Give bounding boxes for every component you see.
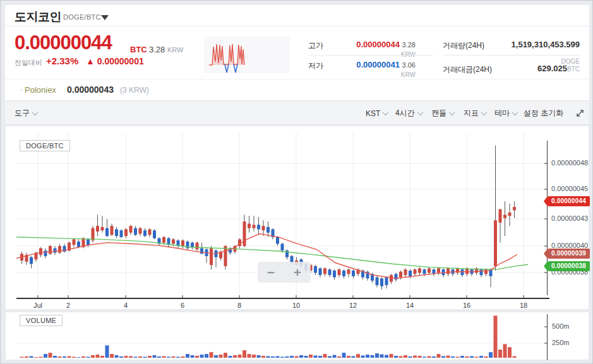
coin-pair: DOGE/BTC <box>63 13 101 21</box>
chevron-down-icon <box>512 109 518 115</box>
volume24h-label: 거래량(24H) <box>443 40 484 51</box>
reference-exchange-row: · Poloniex 0.00000043 (3 KRW) <box>5 79 589 100</box>
price-axis-label: 0.00000045 <box>551 185 588 192</box>
fullscreen-icon[interactable] <box>575 109 585 118</box>
coin-title: 도지코인 <box>15 9 61 25</box>
chevron-down-icon <box>449 109 455 115</box>
volume24h-value: 1,519,310,453.599 <box>491 40 580 49</box>
bullet: · <box>20 86 23 93</box>
change-percent: +2.33% <box>46 56 78 66</box>
volume-chart-area[interactable] <box>5 312 589 360</box>
tools-dropdown[interactable]: 도구 <box>15 101 37 126</box>
reference-exchange-name: Poloniex <box>25 85 56 95</box>
date-axis-label: 16 <box>463 302 470 309</box>
reset-settings-button[interactable]: 설정 초기화 <box>524 101 563 126</box>
chevron-down-icon <box>383 109 389 115</box>
reference-krw: (3 KRW) <box>120 86 149 95</box>
zoom-in-button[interactable]: + <box>284 262 311 283</box>
low-label: 저가 <box>308 61 323 71</box>
price-unit: BTC <box>130 45 147 54</box>
chevron-down-icon <box>32 109 39 115</box>
price-summary: 0.00000044 BTC 3.28 KRW 전일대비 +2.33% ▲ 0.… <box>5 26 589 79</box>
krw-label: KRW <box>167 46 183 54</box>
trading-page: 도지코인 DOGE/BTC 0.00000044 BTC 3.28 KRW 전일… <box>0 0 593 364</box>
price-krw: 3.28 <box>149 45 165 54</box>
interval-dropdown[interactable]: 4시간 <box>395 101 422 126</box>
low-value: 0.00000041 3.06 KRW <box>346 60 416 79</box>
indicator-dropdown[interactable]: 지표 <box>464 101 486 126</box>
header: 도지코인 DOGE/BTC <box>5 5 589 26</box>
date-axis-label: Jul <box>33 302 42 309</box>
high-value: 0.00000044 3.28 KRW <box>346 40 416 59</box>
date-axis-label: 2 <box>66 302 70 309</box>
date-axis-label: 18 <box>520 302 527 309</box>
value24h-value: 629.025BTC <box>491 64 580 73</box>
price-badge: 0.00000038 <box>548 261 590 271</box>
date-axis-label: 8 <box>237 302 241 309</box>
price-badge: 0.00000044 <box>548 196 590 206</box>
price-badge: 0.00000039 <box>548 249 590 259</box>
high-label: 고가 <box>308 40 323 51</box>
chart-symbol-chip: DOGE/BTC <box>20 140 70 151</box>
date-axis-label: 12 <box>349 302 357 309</box>
date-axis-label: 4 <box>124 302 128 309</box>
price-axis-label: 0.00000043 <box>551 214 588 222</box>
change-label: 전일대비 <box>15 58 42 68</box>
chart-toolbar: 도구 KST 4시간 캔들 지표 테마 설정 초기화 <box>5 100 589 125</box>
reference-price: 0.00000043 <box>67 85 114 95</box>
current-price: 0.00000044 <box>15 32 112 54</box>
timezone-dropdown[interactable]: KST <box>366 101 388 126</box>
date-axis-label: 14 <box>406 302 414 309</box>
mini-sparkline <box>204 37 290 73</box>
date-axis-label: 10 <box>292 302 300 309</box>
stat-divider <box>443 55 580 56</box>
date-axis-label: 6 <box>181 302 184 309</box>
volume-axis-label: 500m <box>552 322 570 330</box>
volume-chip: VOLUME <box>20 315 63 326</box>
volume-axis-label: 250m <box>552 339 570 346</box>
change-absolute: ▲ 0.00000001 <box>86 56 144 66</box>
chevron-down-icon <box>481 109 488 115</box>
stat-divider <box>308 55 433 56</box>
zoom-out-button[interactable]: − <box>258 262 284 283</box>
value24h-label: 거래대금(24H) <box>443 64 492 75</box>
coin-select-dropdown-icon[interactable] <box>101 15 109 20</box>
theme-dropdown[interactable]: 테마 <box>494 101 517 126</box>
zoom-controls: − + <box>258 262 311 283</box>
price-axis-label: 0.00000048 <box>551 159 588 167</box>
candle-type-dropdown[interactable]: 캔들 <box>431 101 454 126</box>
chevron-down-icon <box>417 109 423 115</box>
